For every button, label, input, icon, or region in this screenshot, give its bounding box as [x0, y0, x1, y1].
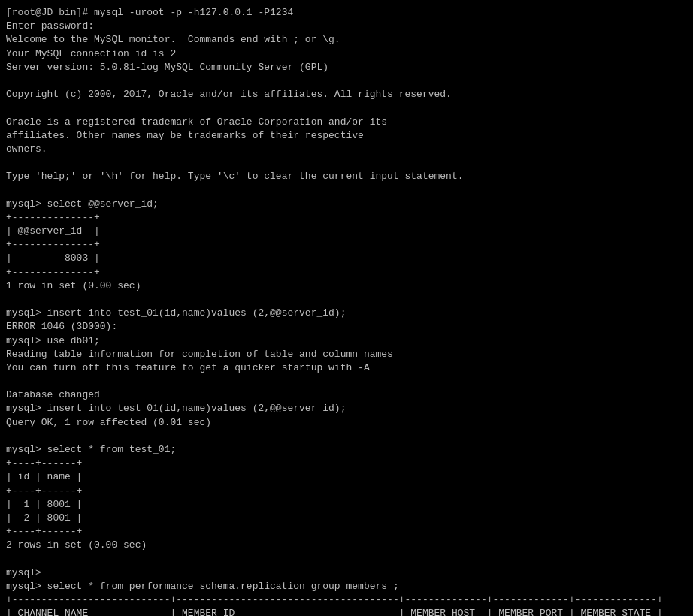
terminal-output: [root@JD bin]# mysql -uroot -p -h127.0.0…	[6, 6, 687, 616]
